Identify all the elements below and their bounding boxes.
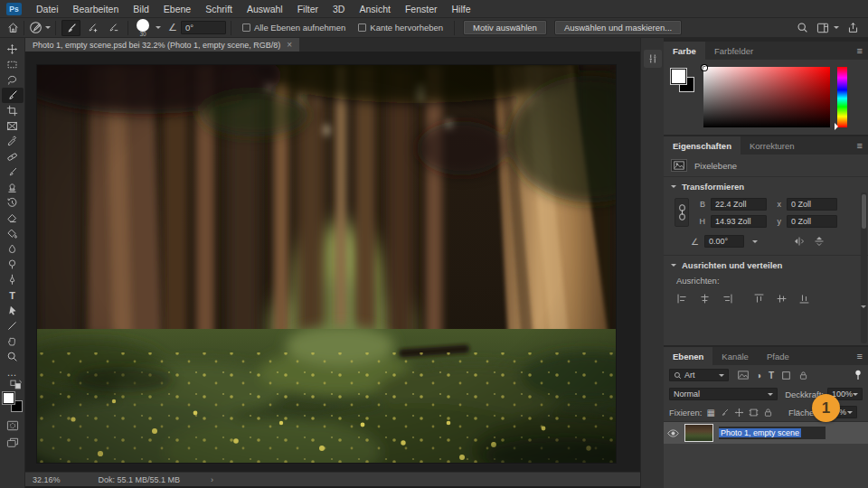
- align-center-h-icon[interactable]: [699, 293, 711, 305]
- hue-slider[interactable]: [837, 67, 847, 127]
- dodge-tool[interactable]: [2, 257, 24, 272]
- blend-mode-select[interactable]: Normal: [669, 388, 778, 400]
- document-image[interactable]: [37, 65, 616, 463]
- path-select-tool[interactable]: [2, 303, 24, 318]
- link-dimensions-icon[interactable]: [675, 198, 689, 227]
- lasso-tool[interactable]: [2, 72, 24, 88]
- tab-korrekturen[interactable]: Korrekturen: [741, 136, 804, 155]
- status-expander-icon[interactable]: ›: [211, 475, 213, 484]
- shape-tool[interactable]: [2, 318, 24, 333]
- layer-name-edit-field[interactable]: Photo 1, empty scene: [719, 427, 826, 439]
- align-top-icon[interactable]: [753, 293, 765, 305]
- tab-ebenen[interactable]: Ebenen: [664, 347, 712, 365]
- height-field[interactable]: 14.93 Zoll: [711, 215, 767, 228]
- tab-kanaele[interactable]: Kanäle: [712, 347, 758, 365]
- filter-smart-objects-icon[interactable]: [798, 371, 808, 380]
- chevron-down-icon[interactable]: [752, 240, 758, 246]
- brush-mode-new-button[interactable]: [61, 20, 80, 36]
- panel-menu-icon[interactable]: ≡: [857, 140, 863, 151]
- color-picker-handle[interactable]: [702, 65, 707, 70]
- sample-all-layers-checkbox[interactable]: Alle Ebenen aufnehmen: [242, 23, 345, 33]
- collapsed-panel-button[interactable]: [644, 50, 662, 68]
- zoom-level-field[interactable]: 32.16%: [25, 475, 68, 484]
- brush-mode-add-button[interactable]: [82, 20, 101, 36]
- filter-adjustment-layers-icon[interactable]: ◑: [756, 371, 761, 380]
- menu-3d[interactable]: 3D: [326, 0, 352, 18]
- scroll-down-icon[interactable]: [861, 305, 866, 311]
- filter-pixel-layers-icon[interactable]: [738, 371, 749, 380]
- search-icon[interactable]: [797, 22, 808, 33]
- menu-schrift[interactable]: Schrift: [198, 0, 240, 18]
- x-field[interactable]: 0 Zoll: [787, 198, 837, 211]
- frame-tool[interactable]: [2, 118, 24, 134]
- panel-menu-icon[interactable]: ≡: [857, 351, 863, 361]
- workspace-switcher-icon[interactable]: [816, 23, 829, 33]
- menu-bearbeiten[interactable]: Bearbeiten: [66, 0, 127, 18]
- panel-menu-icon[interactable]: ≡: [857, 45, 863, 56]
- quick-mask-button[interactable]: [2, 418, 24, 433]
- history-brush-tool[interactable]: [2, 195, 24, 211]
- tool-preset-icon[interactable]: [29, 21, 42, 34]
- menu-ansicht[interactable]: Ansicht: [352, 0, 397, 18]
- document-tab[interactable]: Photo 1, empty scene.psd bei 32.2% (Phot…: [25, 38, 299, 52]
- chevron-down-icon[interactable]: [156, 26, 161, 32]
- chevron-down-icon[interactable]: [834, 26, 839, 32]
- hue-slider-handle[interactable]: [835, 123, 842, 130]
- type-tool[interactable]: T: [2, 287, 24, 303]
- filter-type-layers-icon[interactable]: T: [769, 371, 774, 380]
- layer-thumbnail[interactable]: [684, 424, 713, 442]
- filter-shape-layers-icon[interactable]: [781, 371, 791, 380]
- brush-mode-subtract-button[interactable]: [103, 20, 122, 36]
- paint-bucket-tool[interactable]: [2, 226, 24, 241]
- edit-toolbar-icon[interactable]: …: [2, 364, 24, 380]
- brush-size-preview[interactable]: 30: [135, 19, 151, 37]
- tab-farbe[interactable]: Farbe: [664, 42, 705, 60]
- tab-farbfelder[interactable]: Farbfelder: [705, 42, 762, 60]
- eraser-tool[interactable]: [2, 211, 24, 226]
- filter-toggle-pin-icon[interactable]: [854, 369, 863, 381]
- default-colors-icon[interactable]: [10, 380, 23, 389]
- screen-mode-button[interactable]: [2, 435, 24, 450]
- lock-transparency-icon[interactable]: ▦: [706, 408, 714, 418]
- scrollbar-thumb[interactable]: [862, 194, 866, 229]
- scrollbar[interactable]: [861, 192, 867, 343]
- flip-vertical-icon[interactable]: [814, 236, 825, 247]
- healing-brush-tool[interactable]: [2, 149, 24, 164]
- menu-auswahl[interactable]: Auswahl: [240, 0, 290, 18]
- home-icon[interactable]: [7, 22, 19, 33]
- foreground-color-swatch[interactable]: [671, 69, 686, 84]
- hand-tool[interactable]: [2, 333, 24, 349]
- clone-stamp-tool[interactable]: [2, 180, 24, 195]
- menu-fenster[interactable]: Fenster: [398, 0, 445, 18]
- marquee-tool[interactable]: [2, 57, 24, 72]
- menu-datei[interactable]: Datei: [29, 0, 66, 18]
- blur-tool[interactable]: [2, 241, 24, 257]
- layer-row[interactable]: Photo 1, empty scene: [664, 422, 868, 444]
- width-field[interactable]: 22.4 Zoll: [711, 198, 767, 211]
- align-right-icon[interactable]: [722, 293, 733, 305]
- menu-hilfe[interactable]: Hilfe: [445, 0, 478, 18]
- tab-pfade[interactable]: Pfade: [758, 347, 798, 365]
- select-subject-button[interactable]: Motiv auswählen: [463, 20, 547, 35]
- selection-brush-tool[interactable]: [2, 88, 24, 103]
- angle-field[interactable]: 0°: [181, 21, 226, 34]
- select-and-mask-button[interactable]: Auswählen und maskieren...: [554, 20, 682, 35]
- rotation-field[interactable]: 0.00°: [704, 235, 744, 248]
- crop-tool[interactable]: [2, 103, 24, 118]
- menu-ebene[interactable]: Ebene: [156, 0, 198, 18]
- move-tool[interactable]: [2, 42, 24, 57]
- flip-horizontal-icon[interactable]: [794, 236, 805, 247]
- eyedropper-tool[interactable]: [2, 134, 24, 149]
- menu-filter[interactable]: Filter: [290, 0, 326, 18]
- filter-type-select[interactable]: Art: [669, 369, 729, 381]
- align-middle-v-icon[interactable]: [776, 293, 788, 305]
- enhance-edge-checkbox[interactable]: Kante hervorheben: [358, 23, 443, 33]
- saturation-brightness-field[interactable]: [703, 67, 830, 127]
- zoom-tool[interactable]: [2, 349, 24, 364]
- foreground-color-swatch[interactable]: [3, 392, 14, 404]
- lock-artboard-icon[interactable]: [749, 408, 759, 418]
- visibility-eye-icon[interactable]: [667, 429, 679, 437]
- foreground-background-swatches[interactable]: [3, 392, 23, 412]
- pen-tool[interactable]: [2, 272, 24, 287]
- menu-bild[interactable]: Bild: [126, 0, 156, 18]
